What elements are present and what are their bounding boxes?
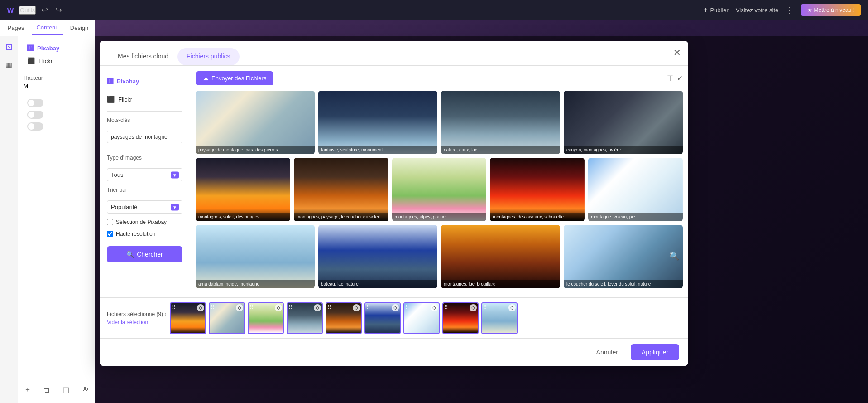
image-thumbnail <box>441 225 560 288</box>
thumb-move-handle[interactable]: ⠿ <box>405 304 409 311</box>
image-card[interactable]: montagne, volcan, pic <box>588 158 683 221</box>
publish-button[interactable]: ⬆ Publier <box>703 7 728 14</box>
image-card[interactable]: le coucher du soleil, lever du soleil, n… <box>564 225 683 288</box>
thumbnail-item[interactable]: ⠿ ◇ <box>209 302 245 334</box>
thumbnail-item[interactable]: ⠿ ◇ <box>481 302 518 334</box>
sidebar-grid-icon[interactable]: ▦ <box>5 61 12 69</box>
nav-divider <box>24 71 89 71</box>
toggle-pill-1[interactable] <box>27 99 43 107</box>
thumbnail-item[interactable]: ⠿ ◇ <box>326 302 362 334</box>
upgrade-button[interactable]: ★ Mettre à niveau ! <box>801 4 861 16</box>
image-card[interactable]: ama dablam, neige, montagne <box>196 225 315 288</box>
thumbnails-row: ⠿ ◇ ⠿ ◇ ⠿ ◇ ⠿ ◇ <box>170 302 681 334</box>
visit-site-button[interactable]: Visitez votre site <box>736 7 778 14</box>
flickr-filter-source[interactable]: ⬛ Flickr <box>107 93 182 106</box>
layers-icon[interactable]: ◫ <box>62 385 69 394</box>
thumbnail-item[interactable]: ⠿ ◇ <box>403 302 440 334</box>
thumb-remove-button[interactable]: ◇ <box>236 304 243 311</box>
image-card[interactable]: bateau, lac, nature <box>318 225 437 288</box>
left-footer: ＋ 🗑 ◫ 👁 <box>18 376 95 403</box>
tab-public-files[interactable]: Fichiers publics <box>177 48 239 65</box>
topbar-left: w Outils ↩ ↪ <box>7 5 62 15</box>
thumb-move-handle[interactable]: ⠿ <box>444 304 448 311</box>
thumb-remove-button[interactable]: ◇ <box>275 304 282 311</box>
image-card[interactable]: nature, eaux, lac <box>441 91 560 154</box>
tab-pages[interactable]: Pages <box>0 21 32 35</box>
image-card[interactable]: montagnes, soleil, des nuages <box>196 158 290 221</box>
apply-button[interactable]: Appliquer <box>631 344 679 360</box>
image-thumbnail <box>196 225 315 288</box>
toggle-pill-2[interactable] <box>27 111 43 119</box>
selected-count-label[interactable]: Fichiers sélectionné (9) › <box>107 311 166 317</box>
thumb-remove-button[interactable]: ◇ <box>508 304 516 311</box>
topbar: w Outils ↩ ↪ ⬆ Publier Visitez votre sit… <box>0 0 868 20</box>
sidebar-images-icon[interactable]: 🖼 <box>5 44 13 52</box>
sort-select[interactable]: Popularité Récent Téléchargements <box>107 200 182 214</box>
thumb-remove-button[interactable]: ◇ <box>353 304 360 311</box>
modal-close-button[interactable]: ✕ <box>673 47 681 58</box>
image-type-select-wrapper: Tous Photos Illustrations Vecteurs ▼ <box>107 168 182 181</box>
logo[interactable]: w <box>7 5 14 15</box>
flickr-source[interactable]: ⬛ Flickr <box>24 54 89 67</box>
pixabay-filter-source[interactable]: 🅿 Pixabay <box>107 75 182 87</box>
toggle-2[interactable] <box>24 109 89 121</box>
eye-icon[interactable]: 👁 <box>82 386 89 394</box>
pixabay-selection-checkbox[interactable] <box>107 219 113 225</box>
select-all-button[interactable]: ⊤ <box>667 74 673 83</box>
thumb-move-handle[interactable]: ⠿ <box>249 304 254 311</box>
cancel-button[interactable]: Annuler <box>589 345 625 359</box>
image-card[interactable]: montagnes, lac, brouillard <box>441 225 560 288</box>
thumbnail-item[interactable]: ⠿ ◇ <box>170 302 206 334</box>
tab-design[interactable]: Design <box>63 21 95 35</box>
more-options-button[interactable]: ⋮ <box>786 5 794 15</box>
thumb-remove-button[interactable]: ◇ <box>314 304 321 311</box>
image-card[interactable]: fantaisie, sculpture, monument <box>318 91 437 154</box>
flickr-filter-icon: ⬛ <box>107 96 115 103</box>
thumbnail-item[interactable]: ⠿ ◇ <box>287 302 323 334</box>
thumb-remove-button[interactable]: ◇ <box>197 304 204 311</box>
image-card[interactable]: montagnes, alpes, prairie <box>392 158 487 221</box>
image-thumbnail <box>564 225 683 288</box>
thumbnail-item[interactable]: ⠿ ◇ <box>442 302 479 334</box>
tools-button[interactable]: Outils <box>19 6 36 15</box>
thumb-remove-button[interactable]: ◇ <box>431 304 438 311</box>
image-type-select[interactable]: Tous Photos Illustrations Vecteurs <box>107 168 182 181</box>
redo-button[interactable]: ↪ <box>55 5 62 15</box>
search-button[interactable]: 🔍 Chercher <box>107 246 182 262</box>
clear-selection-button[interactable]: Vider la sélection <box>107 319 166 325</box>
image-card[interactable]: paysage de montagne, pas, des pierres <box>196 91 315 154</box>
upload-button[interactable]: ☁ Envoyer des Fichiers <box>196 71 273 85</box>
image-grid-container[interactable]: ☁ Envoyer des Fichiers ⊤ ✓ paysage de mo… <box>190 66 688 297</box>
keywords-input[interactable] <box>107 131 182 143</box>
thumb-remove-button[interactable]: ◇ <box>392 304 399 311</box>
image-label: montagnes, des oiseaux, silhouette <box>490 213 585 221</box>
image-card[interactable]: montagnes, des oiseaux, silhouette <box>490 158 585 221</box>
thumb-move-handle[interactable]: ⠿ <box>211 304 215 311</box>
toggle-pill-3[interactable] <box>27 122 43 131</box>
image-card[interactable]: montagnes, paysage, le coucher du soleil <box>294 158 388 221</box>
high-res-row: Haute résolution <box>107 231 182 237</box>
high-res-checkbox[interactable] <box>107 231 113 237</box>
check-button[interactable]: ✓ <box>677 74 683 83</box>
thumb-move-handle[interactable]: ⠿ <box>172 304 176 311</box>
toggle-3[interactable] <box>24 121 89 132</box>
thumbnail-item[interactable]: ⠿ ◇ <box>364 302 401 334</box>
delete-icon[interactable]: 🗑 <box>43 386 51 394</box>
thumb-move-handle[interactable]: ⠿ <box>483 304 487 311</box>
image-label: montagnes, alpes, prairie <box>392 213 487 221</box>
toggle-1[interactable] <box>24 97 89 109</box>
thumb-remove-button[interactable]: ◇ <box>470 304 477 311</box>
add-section-icon[interactable]: ＋ <box>24 385 31 394</box>
tab-my-files[interactable]: Mes fichiers cloud <box>109 48 177 65</box>
tab-contenu[interactable]: Contenu <box>32 20 63 35</box>
thumb-move-handle[interactable]: ⠿ <box>366 304 370 311</box>
image-row-1: paysage de montagne, pas, des pierres fa… <box>196 91 683 154</box>
thumbnail-item[interactable]: ⠿ ◇ <box>248 302 284 334</box>
undo-button[interactable]: ↩ <box>41 5 48 15</box>
pixabay-source[interactable]: 🅿 Pixabay <box>24 42 89 54</box>
thumb-move-handle[interactable]: ⠿ <box>327 304 331 311</box>
thumb-move-handle[interactable]: ⠿ <box>288 304 293 311</box>
upload-actions: ⊤ ✓ <box>667 74 683 83</box>
image-card[interactable]: canyon, montagnes, rivière <box>564 91 683 154</box>
zoom-button[interactable]: 🔍 <box>669 251 679 261</box>
